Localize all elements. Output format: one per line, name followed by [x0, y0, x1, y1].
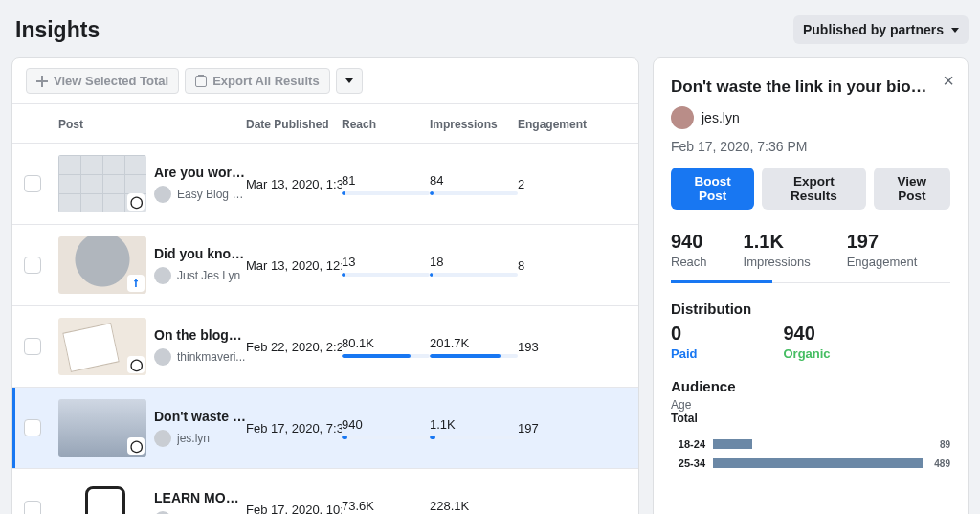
author-name: jes.lyn — [177, 432, 210, 445]
cell-date: Mar 13, 2020, 1:36 — [246, 177, 342, 191]
audience-title: Audience — [671, 378, 950, 394]
toolbar-more-button[interactable] — [336, 68, 363, 94]
table-row[interactable]: f Did you know ... Just Jes Lyn Mar 13, … — [12, 225, 638, 306]
post-meta: LEARN MORE ... jes.lyn — [146, 490, 246, 514]
export-results-button[interactable]: Export Results — [762, 168, 865, 210]
cell-reach: 13 — [342, 255, 430, 277]
page-title: Insights — [15, 17, 100, 43]
publisher-filter-dropdown[interactable]: Published by partners — [793, 15, 969, 44]
instagram-icon: ◯ — [127, 437, 145, 455]
total-label: Total — [671, 412, 950, 425]
age-chart-row: 18-24 89 — [671, 435, 950, 454]
post-title: Don't waste th... — [154, 409, 246, 424]
table-header: Post Date Published Reach Impressions En… — [12, 104, 638, 144]
table-row[interactable]: ◯ On the blog! O... thinkmaveri... Feb 2… — [12, 306, 638, 388]
age-bucket-value: 89 — [940, 439, 950, 450]
cell-impressions: 18 — [430, 255, 518, 277]
age-bucket-label: 25-34 — [671, 458, 705, 469]
view-post-button[interactable]: View Post — [874, 168, 950, 210]
post-title: Did you know ... — [154, 246, 246, 261]
col-header-engagement[interactable]: Engagement — [518, 118, 583, 131]
age-bar — [713, 458, 926, 468]
stat-impr-value: 1.1K — [744, 231, 811, 253]
table-body: ◯ Are you worri... Easy Blog S... Mar 13… — [12, 144, 638, 514]
post-title: Are you worri... — [154, 165, 246, 180]
distribution: 0 Paid 940 Organic — [671, 323, 950, 361]
caret-down-icon — [345, 78, 353, 83]
col-header-reach[interactable]: Reach — [342, 118, 430, 131]
age-bucket-value: 489 — [934, 458, 950, 469]
post-author[interactable]: jes.lyn — [154, 430, 246, 447]
export-icon — [195, 76, 207, 87]
tab-impressions[interactable]: 1.1K Impressions — [744, 231, 811, 282]
age-label: Age — [671, 398, 950, 412]
cell-impressions: 1.1K — [430, 417, 518, 439]
post-author[interactable]: Easy Blog S... — [154, 186, 246, 203]
author-name: Just Jes Lyn — [177, 269, 240, 282]
detail-author-name: jes.lyn — [702, 110, 740, 125]
post-meta: On the blog! O... thinkmaveri... — [146, 327, 246, 366]
col-header-date[interactable]: Date Published — [246, 118, 342, 131]
close-icon[interactable]: × — [943, 70, 954, 92]
cell-date: Feb 17, 2020, 7:36 — [246, 421, 342, 436]
cell-date: Mar 13, 2020, 12:4 — [246, 258, 342, 273]
col-header-post[interactable]: Post — [58, 118, 246, 131]
post-thumbnail[interactable]: ◯ — [58, 399, 146, 457]
row-checkbox[interactable] — [24, 419, 41, 436]
paid-label: Paid — [671, 346, 697, 361]
caret-down-icon — [951, 28, 959, 33]
post-title: On the blog! O... — [154, 327, 246, 343]
tab-reach[interactable]: 940 Reach — [671, 231, 707, 282]
instagram-icon: ◯ — [127, 193, 145, 211]
view-selected-total-label: View Selected Total — [54, 74, 168, 88]
active-tab-indicator — [671, 280, 772, 283]
author-name: thinkmaveri... — [177, 350, 245, 364]
table-row[interactable]: ◯ Don't waste th... jes.lyn Feb 17, 2020… — [12, 388, 638, 469]
table-row[interactable]: LEARN MORE ... jes.lyn Feb 17, 2020, 10:… — [12, 469, 638, 514]
cell-engagement: 2 — [518, 177, 583, 191]
cell-reach: 940 — [342, 417, 430, 439]
row-checkbox[interactable] — [24, 257, 41, 274]
detail-panel: × Don't waste the link in your bio... Ha… — [653, 57, 969, 514]
post-thumbnail[interactable]: ◯ — [58, 155, 146, 212]
detail-actions: Boost Post Export Results View Post — [671, 168, 950, 210]
cell-engagement: 8 — [518, 258, 583, 273]
post-meta: Are you worri... Easy Blog S... — [146, 165, 246, 203]
export-all-results-label: Export All Results — [212, 74, 319, 88]
row-checkbox[interactable] — [24, 338, 41, 355]
publisher-filter-label: Published by partners — [803, 22, 944, 37]
organic-value: 940 — [783, 323, 830, 345]
stat-reach-value: 940 — [671, 231, 707, 253]
cell-engagement: 193 — [518, 340, 583, 354]
row-checkbox[interactable] — [24, 501, 41, 514]
export-all-results-button[interactable]: Export All Results — [185, 68, 329, 94]
paid-value: 0 — [671, 323, 697, 345]
stat-impr-label: Impressions — [744, 255, 811, 269]
detail-title: Don't waste the link in your bio... Have… — [671, 78, 931, 97]
row-checkbox[interactable] — [24, 175, 41, 192]
post-author[interactable]: thinkmaveri... — [154, 348, 246, 366]
table-row[interactable]: ◯ Are you worri... Easy Blog S... Mar 13… — [12, 144, 638, 225]
avatar — [154, 186, 171, 203]
cell-impressions: 228.1K — [430, 499, 518, 515]
cell-reach: 73.6K — [342, 499, 430, 515]
post-thumbnail[interactable]: f — [58, 236, 146, 294]
col-header-impressions[interactable]: Impressions — [430, 118, 518, 131]
post-thumbnail[interactable] — [58, 480, 146, 514]
stat-eng-value: 197 — [847, 231, 918, 253]
post-author[interactable]: Just Jes Lyn — [154, 267, 246, 284]
facebook-icon: f — [127, 275, 145, 292]
stat-tabs: 940 Reach 1.1K Impressions 197 Engagemen… — [671, 231, 950, 283]
instagram-icon: ◯ — [127, 356, 145, 373]
cell-date: Feb 22, 2020, 2:29 — [246, 340, 342, 354]
view-selected-total-button[interactable]: View Selected Total — [26, 68, 179, 94]
detail-author[interactable]: jes.lyn — [671, 106, 950, 129]
cell-impressions: 84 — [430, 173, 518, 195]
cell-date: Feb 17, 2020, 10:1 — [246, 503, 342, 515]
boost-post-button[interactable]: Boost Post — [671, 168, 754, 210]
age-chart-row: 25-34 489 — [671, 454, 950, 473]
distribution-title: Distribution — [671, 301, 950, 317]
stat-reach-label: Reach — [671, 255, 707, 269]
tab-engagement[interactable]: 197 Engagement — [847, 231, 918, 282]
post-thumbnail[interactable]: ◯ — [58, 318, 146, 375]
